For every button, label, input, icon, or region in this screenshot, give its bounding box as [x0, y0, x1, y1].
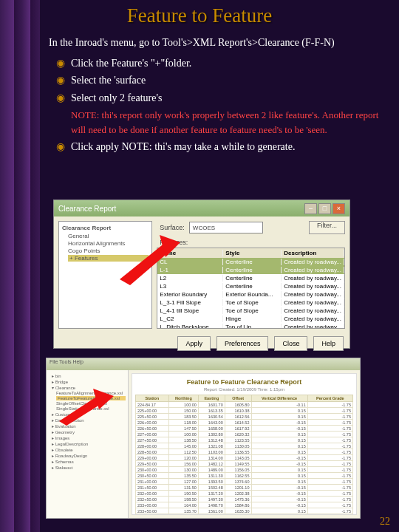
table-row: 226+00.00118.001643.001614.52-0.15-1.75 — [136, 420, 353, 426]
tree-item[interactable]: Horizontal Alignments — [68, 240, 149, 247]
dialog-title: Clearance Report — [58, 205, 116, 213]
preferences-button[interactable]: Preferences — [216, 336, 269, 351]
table-row[interactable]: L-1CenterlineCreated by roadway... — [157, 266, 344, 274]
table-row: 228+00.00145.001321.081130.050.15-1.75 — [136, 443, 353, 449]
report-subtitle: Report Created: 1/19/2009 Time: 1:15pm — [135, 387, 353, 392]
table-row: 227+50.00138.501312.481123.550.15-1.75 — [136, 437, 353, 443]
tree-item[interactable]: Cogo Points — [68, 248, 149, 254]
table-row[interactable]: CLCenterlineCreated by roadway... — [157, 258, 344, 266]
report-title: Feature to Feature Clearance Report — [135, 378, 353, 386]
table-row: 230+50.00135.501311.301162.550.15-1.75 — [136, 473, 353, 479]
table-row[interactable]: Exterior BoundaryExterior Bounda...Creat… — [157, 290, 344, 299]
decorative-band — [0, 0, 40, 532]
page-number: 22 — [380, 516, 390, 528]
close-button[interactable]: Close — [274, 336, 307, 351]
table-row: 231+50.00131.501502.481201.10-0.15-1.75 — [136, 485, 353, 491]
help-button[interactable]: Help — [313, 336, 344, 351]
bullet-main: In the Inroad's menu, go to Tool's>XML R… — [49, 35, 386, 50]
table-row: 232+00.00190.501317.201202.38-0.15-1.75 — [136, 491, 353, 497]
note-text: NOTE: thi's report only work's properly … — [71, 108, 386, 137]
table-row: 225+00.00150.001613.351610.380.15-1.75 — [136, 408, 353, 414]
dialog-titlebar: Clearance Report – □ × — [54, 200, 349, 216]
tree-item-selected[interactable]: + Features — [68, 255, 149, 262]
table-row: 232+50.00198.501497.301475.36-0.15-1.75 — [136, 497, 353, 502]
table-row[interactable]: L_C2HingeCreated by roadway... — [157, 315, 344, 323]
table-row: 231+00.00127.001393.501374.600.15-1.75 — [136, 479, 353, 485]
table-row[interactable]: L2CenterlineCreated by roadway... — [157, 274, 344, 282]
bullet-sub: Click the Feature's "+"folder. — [56, 56, 386, 71]
bullet-list: In the Inroad's menu, go to Tool's>XML R… — [49, 35, 386, 157]
tree-item-highlight[interactable]: FeatureToFeatureClearance.xsl — [56, 396, 126, 400]
report-window: File Tools Help ▸ bin ▸ Bridge ▾ Clearan… — [46, 358, 361, 519]
col-style: Style — [223, 250, 282, 256]
table-row: 234+00.00180.001467.001632.00-0.15-1.75 — [136, 514, 353, 516]
table-row: 225+50.00183.501630.541612.560.15-1.75 — [136, 414, 353, 420]
surface-combo[interactable]: WCOES — [189, 222, 263, 233]
maximize-button[interactable]: □ — [318, 203, 331, 214]
table-row: 229+00.00120.001314.001143.05-0.15-1.75 — [136, 455, 353, 461]
surface-label: Surface: — [160, 224, 185, 231]
table-row: 226+50.00147.501658.001617.92-0.15-1.75 — [136, 426, 353, 432]
tree-root: Clearance Report — [62, 225, 149, 231]
table-row[interactable]: L_Ditch BackslopeTop of Lin...Created by… — [157, 323, 344, 329]
table-row: 233+50.00135.701561.001635.300.15-1.75 — [136, 508, 353, 514]
table-row: 224-84.17100.001601.701605.80-0.11-1.75 — [136, 402, 353, 408]
apply-button[interactable]: Apply — [177, 336, 211, 351]
filter-button[interactable]: Filter... — [309, 221, 345, 234]
minimize-button[interactable]: – — [304, 203, 317, 214]
bullet-sub: Select only 2 feature's — [56, 91, 386, 106]
report-tree[interactable]: ▸ bin ▸ Bridge ▾ Clearance FeatureToAlig… — [47, 370, 129, 518]
report-titlebar: File Tools Help — [47, 358, 360, 370]
bullet-sub: Select the 'surface — [56, 73, 386, 88]
col-desc: Description — [282, 250, 344, 256]
table-row[interactable]: L_4-1 till SlopeToe of SlopeCreated by r… — [157, 307, 344, 315]
features-table[interactable]: Name Style Description CLCenterlineCreat… — [157, 248, 345, 329]
close-button[interactable]: × — [332, 203, 345, 214]
table-row: 229+50.00156.001482.121149.55-0.15-1.75 — [136, 461, 353, 467]
table-row: 233+00.00164.001498.701584.86-0.15-1.75 — [136, 502, 353, 508]
page-title: Feature to Feature — [0, 4, 399, 27]
table-row[interactable]: L_3-1 Fill SlopeToe of SlopeCreated by r… — [157, 299, 344, 307]
table-row: 230+00.00130.001489.001156.050.15-1.75 — [136, 467, 353, 473]
col-name: Name — [157, 250, 223, 256]
report-preview: Feature to Feature Clearance Report Repo… — [132, 373, 357, 515]
table-row: 228+50.00112.501103.001136.550.15-1.75 — [136, 449, 353, 455]
tree-item[interactable]: General — [68, 233, 149, 239]
tree-panel[interactable]: Clearance Report General Horizontal Alig… — [58, 221, 152, 329]
dialog-clearance-report: Clearance Report – □ × Clearance Report … — [53, 200, 350, 349]
table-row[interactable]: L3CenterlineCreated by roadway... — [157, 282, 344, 290]
report-table: StationNorthingEastingOffsetVertical Dif… — [135, 395, 353, 515]
table-row: 227+00.00100.001302.801620.320.15-1.75 — [136, 432, 353, 437]
features-label: Features: — [160, 239, 345, 246]
bullet-sub: Click apply NOTE: thi's may take a while… — [56, 140, 386, 154]
